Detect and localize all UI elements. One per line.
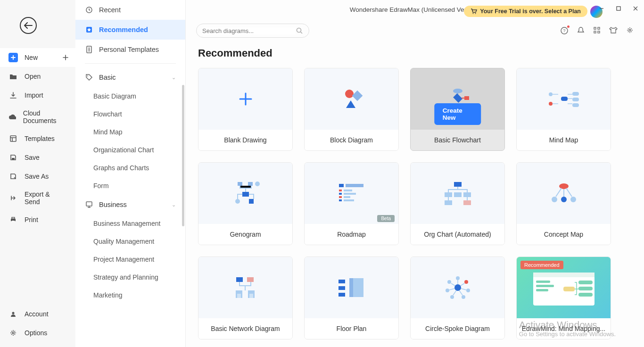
- sidebar-section-basic[interactable]: Basic ⌄: [75, 67, 185, 87]
- sidebar-strategy-planning[interactable]: Strategy and Planning: [75, 268, 185, 286]
- nav-open[interactable]: Open: [0, 67, 75, 86]
- svg-rect-19: [598, 27, 600, 29]
- nav-label: Cloud Documents: [23, 109, 67, 124]
- nav-save[interactable]: Save: [0, 148, 75, 167]
- sidebar-form[interactable]: Form: [75, 177, 185, 195]
- nav-label: Print: [25, 216, 38, 223]
- nav-options[interactable]: Options: [0, 323, 75, 342]
- svg-rect-87: [578, 293, 593, 297]
- trial-text: Your Free Trial is over. Select a Plan: [480, 8, 581, 15]
- toolbar: ?: [186, 19, 644, 42]
- card-label: Roadmap: [305, 224, 398, 245]
- svg-rect-20: [594, 31, 596, 33]
- maximize-button[interactable]: [610, 0, 627, 17]
- sidebar-marketing[interactable]: Marketing: [75, 286, 185, 304]
- search-icon[interactable]: [296, 27, 303, 34]
- svg-rect-55: [463, 200, 471, 205]
- back-button[interactable]: [20, 17, 37, 34]
- template-card[interactable]: Blank Drawing: [198, 68, 293, 151]
- template-card[interactable]: RecommendedEdrawMind: Mind Mapping...: [516, 256, 611, 339]
- card-thumbnail: [411, 163, 504, 224]
- scrollbar-thumb[interactable]: [182, 85, 184, 226]
- svg-rect-18: [594, 27, 596, 29]
- sidebar-label: Basic: [99, 74, 116, 81]
- create-new-button[interactable]: Create New: [434, 103, 481, 125]
- nav-label: Export & Send: [25, 190, 67, 206]
- template-card[interactable]: Concept Map: [516, 162, 611, 245]
- shirt-icon[interactable]: [609, 26, 618, 35]
- close-button[interactable]: [627, 0, 644, 17]
- trial-banner[interactable]: Your Free Trial is over. Select a Plan: [464, 6, 587, 17]
- sidebar-personal-templates[interactable]: Personal Templates: [75, 40, 185, 59]
- sidebar-quality-management[interactable]: Quality Management: [75, 232, 185, 250]
- sidebar-graphs-charts[interactable]: Graphs and Charts: [75, 159, 185, 177]
- svg-rect-53: [463, 192, 471, 197]
- svg-rect-27: [464, 96, 469, 100]
- template-card[interactable]: BetaRoadmap: [304, 162, 399, 245]
- sidebar-label: Business: [99, 201, 127, 208]
- template-card[interactable]: Mind Map: [516, 68, 611, 151]
- svg-point-72: [456, 276, 460, 280]
- card-thumbnail: [305, 68, 398, 130]
- nav-export[interactable]: Export & Send: [0, 186, 75, 210]
- settings-icon[interactable]: [626, 26, 634, 35]
- nav-new[interactable]: New: [0, 48, 75, 67]
- sidebar-project-management[interactable]: Project Management: [75, 250, 185, 268]
- card-label: Floor Plan: [305, 318, 398, 339]
- svg-rect-86: [578, 287, 593, 290]
- sidebar-section-business[interactable]: Business ⌄: [75, 195, 185, 215]
- nav-print[interactable]: Print: [0, 210, 75, 229]
- nav-save-as[interactable]: Save As: [0, 167, 75, 186]
- sidebar-recent[interactable]: Recent: [75, 0, 185, 20]
- nav-import[interactable]: Import: [0, 86, 75, 105]
- svg-rect-14: [617, 7, 620, 10]
- template-card[interactable]: Genogram: [198, 162, 293, 245]
- nav-label: Save: [25, 154, 40, 161]
- template-card[interactable]: Org Chart (Automated): [410, 162, 505, 245]
- svg-point-23: [345, 90, 354, 98]
- sidebar-flowchart[interactable]: Flowchart: [75, 105, 185, 123]
- add-icon[interactable]: [62, 54, 69, 61]
- svg-rect-54: [445, 200, 452, 205]
- gear-icon: [8, 328, 18, 338]
- card-thumbnail: [411, 257, 504, 318]
- nav-account[interactable]: Account: [0, 305, 75, 323]
- nav-label: Options: [25, 329, 47, 337]
- bell-icon[interactable]: [577, 26, 585, 35]
- template-card[interactable]: Block Diagram: [304, 68, 399, 151]
- card-label: Genogram: [198, 224, 292, 245]
- svg-rect-46: [339, 196, 342, 198]
- card-thumbnail: [198, 163, 292, 224]
- sidebar-organizational-chart[interactable]: Organizational Chart: [75, 141, 185, 159]
- nav-cloud-documents[interactable]: Cloud Documents: [0, 105, 75, 129]
- svg-point-57: [552, 197, 557, 202]
- user-icon: [8, 309, 18, 319]
- card-label: Basic Network Diagram: [198, 318, 292, 339]
- apps-icon[interactable]: [593, 26, 601, 35]
- sidebar-mind-map[interactable]: Mind Map: [75, 123, 185, 141]
- search-box[interactable]: [196, 24, 309, 38]
- svg-rect-35: [248, 182, 253, 186]
- template-card[interactable]: Floor Plan: [304, 256, 399, 339]
- nav-label: Open: [25, 73, 41, 80]
- card-label: EdrawMind: Mind Mapping...: [517, 318, 611, 339]
- svg-point-71: [454, 284, 461, 291]
- minimize-button[interactable]: [593, 0, 610, 17]
- sidebar-business-management[interactable]: Business Management: [75, 215, 185, 232]
- svg-rect-50: [454, 182, 462, 187]
- sidebar-basic-diagram[interactable]: Basic Diagram: [75, 87, 185, 105]
- help-icon[interactable]: ?: [560, 26, 569, 35]
- chevron-down-icon: ⌄: [172, 202, 176, 208]
- nav-templates[interactable]: Templates: [0, 129, 75, 148]
- svg-rect-39: [249, 199, 254, 204]
- card-label: Block Diagram: [305, 130, 398, 150]
- template-card[interactable]: Circle-Spoke Diagram: [410, 256, 505, 339]
- template-card[interactable]: Create NewBasic Flowchart: [410, 68, 505, 151]
- search-input[interactable]: [202, 27, 296, 34]
- sidebar-recommended[interactable]: Recommended: [75, 20, 185, 40]
- template-card[interactable]: Basic Network Diagram: [198, 256, 293, 339]
- sidebar-label: Recent: [99, 6, 121, 14]
- svg-point-76: [450, 295, 454, 299]
- save-as-icon: [8, 172, 18, 181]
- plus-square-icon: [8, 53, 18, 62]
